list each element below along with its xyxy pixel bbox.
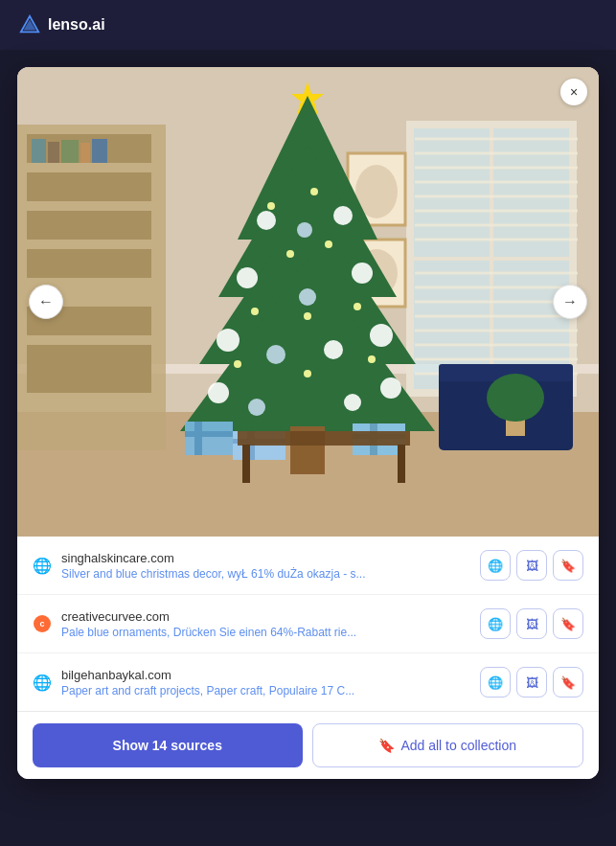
source-item: 🌐 singhalskincare.com Silver and blue ch… [17, 537, 599, 595]
bookmark-icon: 🔖 [560, 617, 576, 631]
svg-point-63 [325, 240, 332, 248]
svg-point-52 [217, 329, 240, 352]
svg-point-64 [251, 308, 259, 315]
svg-point-60 [267, 202, 275, 210]
globe-icon: 🌐 [488, 617, 503, 631]
close-button[interactable]: × [560, 79, 587, 105]
source-actions-1: 🌐 🖼 🔖 [480, 550, 583, 581]
svg-rect-11 [32, 139, 46, 163]
source-1-image-button[interactable]: 🖼 [516, 550, 547, 581]
source-content-2: creativecurvee.com Pale blue ornaments, … [61, 609, 470, 639]
next-image-button[interactable]: → [553, 285, 587, 319]
svg-rect-72 [185, 431, 233, 437]
svg-point-67 [234, 360, 241, 368]
svg-point-66 [354, 303, 361, 310]
source-actions-3: 🌐 🖼 🔖 [480, 667, 583, 697]
globe-icon: 🌐 [33, 557, 52, 575]
svg-point-68 [304, 370, 311, 377]
collection-icon: 🔖 [378, 738, 395, 753]
svg-point-69 [368, 355, 376, 363]
image-icon: 🖼 [526, 675, 538, 690]
source-description-1: Silver and blue christmas decor, wyŁ 61%… [61, 567, 470, 581]
lenso-logo-icon [19, 14, 40, 35]
logo-text: lenso.ai [48, 16, 105, 34]
show-sources-button[interactable]: Show 14 sources [33, 723, 303, 767]
source-actions-2: 🌐 🖼 🔖 [480, 608, 583, 639]
source-domain-2: creativecurvee.com [61, 609, 470, 624]
svg-rect-12 [48, 142, 59, 163]
svg-rect-6 [27, 172, 151, 201]
app-container: lenso.ai × ← → [0, 0, 616, 846]
globe-icon: 🌐 [488, 559, 503, 573]
svg-rect-10 [27, 345, 151, 393]
bookmark-icon: 🔖 [560, 675, 576, 690]
source-3-globe-button[interactable]: 🌐 [480, 667, 511, 697]
source-3-bookmark-button[interactable]: 🔖 [553, 667, 583, 697]
source-domain-3: bilgehanbaykal.com [61, 668, 470, 682]
source-2-bookmark-button[interactable]: 🔖 [553, 608, 583, 639]
svg-point-61 [310, 188, 318, 195]
bottom-actions: Show 14 sources 🔖 Add all to collection [17, 711, 599, 779]
source-2-globe-button[interactable]: 🌐 [480, 608, 511, 639]
svg-point-58 [248, 399, 265, 416]
globe-icon: 🌐 [33, 674, 52, 692]
add-collection-button[interactable]: 🔖 Add all to collection [312, 723, 584, 767]
source-3-image-button[interactable]: 🖼 [516, 667, 547, 697]
source-favicon-orange: c [33, 614, 52, 633]
svg-rect-13 [61, 140, 79, 163]
orange-favicon-icon: c [34, 615, 51, 632]
svg-rect-80 [242, 445, 250, 483]
source-content-1: singhalskincare.com Silver and blue chri… [61, 551, 470, 581]
globe-icon: 🌐 [488, 675, 503, 690]
image-section: × ← → [17, 67, 599, 537]
prev-image-button[interactable]: ← [29, 285, 63, 319]
add-collection-label: Add all to collection [400, 738, 516, 753]
source-2-image-button[interactable]: 🖼 [516, 608, 547, 639]
svg-rect-7 [27, 211, 151, 240]
image-icon: 🖼 [526, 559, 538, 573]
source-description-3: Paper art and craft projects, Paper craf… [61, 684, 470, 697]
source-1-bookmark-button[interactable]: 🔖 [553, 550, 583, 581]
image-icon: 🖼 [526, 617, 538, 631]
source-description-2: Pale blue ornaments, Drücken Sie einen 6… [61, 626, 470, 639]
svg-point-50 [352, 263, 373, 284]
svg-point-56 [208, 382, 229, 403]
svg-rect-79 [238, 431, 410, 446]
svg-point-53 [370, 324, 393, 347]
source-favicon-globe-3: 🌐 [33, 673, 52, 692]
source-1-globe-button[interactable]: 🌐 [480, 550, 511, 581]
modal-wrapper: × ← → [17, 67, 599, 779]
source-item: c creativecurvee.com Pale blue ornaments… [17, 595, 599, 653]
svg-point-49 [237, 267, 258, 288]
svg-point-46 [257, 211, 276, 230]
svg-point-65 [304, 312, 311, 320]
svg-point-57 [380, 377, 401, 399]
svg-point-85 [487, 374, 544, 422]
bookmark-icon: 🔖 [560, 559, 576, 573]
source-item: 🌐 bilgehanbaykal.com Paper art and craft… [17, 653, 599, 711]
source-content-3: bilgehanbaykal.com Paper art and craft p… [61, 668, 470, 697]
svg-point-48 [297, 222, 312, 238]
source-domain-1: singhalskincare.com [61, 551, 470, 565]
svg-rect-8 [27, 249, 151, 278]
svg-rect-81 [398, 445, 405, 483]
source-favicon-globe: 🌐 [33, 556, 52, 575]
svg-point-51 [299, 288, 316, 306]
svg-point-54 [266, 345, 285, 364]
sources-list: 🌐 singhalskincare.com Silver and blue ch… [17, 537, 599, 711]
svg-rect-14 [80, 143, 90, 163]
svg-point-62 [286, 250, 294, 258]
svg-rect-15 [92, 139, 107, 163]
svg-rect-71 [194, 422, 202, 455]
svg-point-47 [333, 206, 353, 225]
logo-area: lenso.ai [19, 14, 105, 35]
svg-point-55 [324, 340, 343, 359]
svg-rect-70 [185, 422, 233, 455]
main-image [17, 67, 599, 537]
header: lenso.ai [0, 0, 616, 50]
svg-point-59 [344, 394, 361, 411]
